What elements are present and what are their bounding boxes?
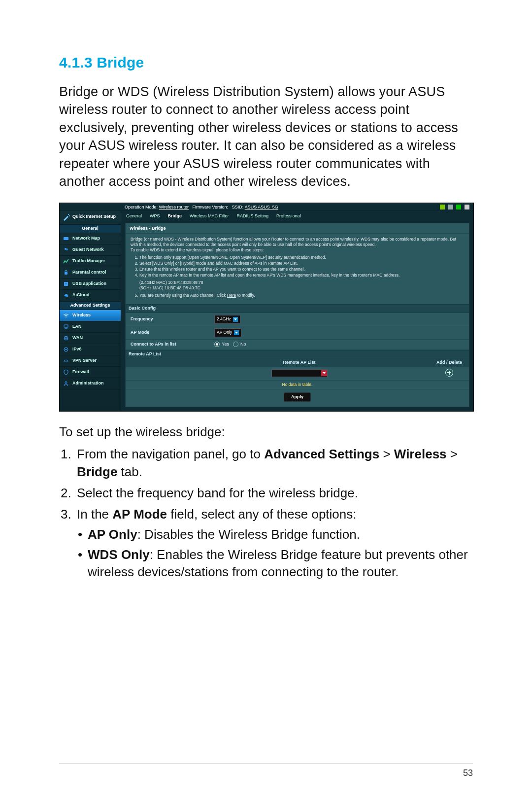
bullet-ap-only-text: : Disables the Wireless Bridge function. xyxy=(137,527,360,542)
op-mode-label: Operation Mode: xyxy=(125,205,158,210)
device-icon xyxy=(465,205,469,209)
step-1-sep1: > xyxy=(379,447,394,461)
step-1: From the navigation panel, go to Advance… xyxy=(75,446,473,480)
guest-network-icon xyxy=(63,246,69,253)
sidebar-item-label: VPN Server xyxy=(72,358,97,364)
apmode-select[interactable]: AP Only xyxy=(214,328,241,337)
sidebar-item-traffic-manager[interactable]: Traffic Manager xyxy=(60,256,121,267)
sidebar-item-wan[interactable]: WAN xyxy=(60,333,121,344)
step-2: Select the frequency band for the wirele… xyxy=(75,485,473,502)
ipv6-icon xyxy=(63,346,69,353)
op-mode-link[interactable]: Wireless router xyxy=(159,205,189,210)
radio-no-label: No xyxy=(240,342,246,347)
sidebar-item-label: Parental control xyxy=(72,270,106,276)
svg-point-12 xyxy=(66,361,66,362)
ssid-link[interactable]: ASUS ASUS_5G xyxy=(245,205,278,210)
radio-yes[interactable] xyxy=(214,342,220,347)
step-3-bold: AP Mode xyxy=(112,507,167,522)
svg-point-1 xyxy=(69,215,70,216)
remote-ap-dropdown[interactable] xyxy=(271,369,328,377)
panel-step: Ensure that this wireless router and the… xyxy=(139,267,464,272)
chevron-down-icon xyxy=(234,330,239,335)
step-1-sep2: > xyxy=(447,447,458,461)
page-number: 53 xyxy=(463,768,473,778)
panel-desc-2: To enable WDS to extend the wireless sig… xyxy=(131,247,464,253)
network-map-icon xyxy=(63,235,69,242)
sidebar-item-label: Administration xyxy=(72,381,104,386)
note5-link[interactable]: Here xyxy=(227,293,236,298)
magic-wand-icon xyxy=(63,213,70,221)
step-3-text-c: field, select any of these options: xyxy=(167,507,356,522)
sidebar-item-ipv6[interactable]: IPv6 xyxy=(60,344,121,355)
sidebar-item-label: USB application xyxy=(72,281,106,287)
sidebar-item-label: Network Map xyxy=(72,236,100,242)
apply-button[interactable]: Apply xyxy=(284,392,311,402)
add-button[interactable] xyxy=(445,369,453,377)
section-intro: Bridge or WDS (Wireless Distribution Sys… xyxy=(59,83,473,191)
sidebar-item-firewall[interactable]: Firewall xyxy=(60,367,121,378)
traffic-manager-icon xyxy=(63,258,69,265)
col-remote-ap-list: Remote AP List xyxy=(169,358,430,367)
sidebar-item-guest-network[interactable]: Guest Network xyxy=(60,244,121,256)
tab-general[interactable]: General xyxy=(125,213,143,220)
sidebar-item-label: WAN xyxy=(72,335,83,341)
router-status-bar: Operation Mode: Wireless router Firmware… xyxy=(60,203,473,211)
lan-icon xyxy=(63,323,69,330)
sidebar-item-label: Firewall xyxy=(72,369,89,375)
svg-point-8 xyxy=(66,316,66,317)
sidebar-item-label: Traffic Manager xyxy=(72,258,105,264)
apmode-value: AP Only xyxy=(217,330,232,335)
no-data-label: No data in table. xyxy=(126,381,469,389)
svg-rect-2 xyxy=(64,237,68,240)
row-frequency: Frequency 2.4GHz xyxy=(126,313,469,326)
instructions-lead: To set up the wireless bridge: xyxy=(59,423,473,441)
tab-wps[interactable]: WPS xyxy=(149,213,161,220)
chevron-down-icon xyxy=(233,317,238,322)
sidebar-item-administration[interactable]: Administration xyxy=(60,378,121,389)
sidebar-item-parental-control[interactable]: Parental control xyxy=(60,267,121,279)
panel-description: Bridge (or named WDS - Wireless Distribu… xyxy=(126,234,469,304)
quick-internet-setup[interactable]: Quick Internet Setup xyxy=(60,211,121,224)
sidebar-item-label: LAN xyxy=(72,324,82,330)
step-3-text-a: In the xyxy=(77,507,112,522)
sidebar-item-usb-application[interactable]: USB application xyxy=(60,279,121,290)
sidebar-item-network-map[interactable]: Network Map xyxy=(60,233,121,244)
row-apmode: AP Mode AP Only xyxy=(126,326,469,340)
sidebar-item-vpn-server[interactable]: VPN Server xyxy=(60,355,121,367)
tab-radius-setting[interactable]: RADIUS Setting xyxy=(236,213,270,220)
step-1-text: From the navigation panel, go to xyxy=(77,447,264,461)
svg-rect-7 xyxy=(66,283,66,284)
radio-no[interactable] xyxy=(233,342,238,347)
tab-bridge[interactable]: Bridge xyxy=(167,213,183,220)
aicloud-icon xyxy=(63,292,69,299)
sidebar-item-lan[interactable]: LAN xyxy=(60,321,121,333)
tab-professional[interactable]: Professional xyxy=(275,213,302,220)
step-3: In the AP Mode field, select any of thes… xyxy=(75,506,473,581)
firewall-icon xyxy=(63,369,69,376)
administration-icon xyxy=(63,380,69,387)
ssid-label: SSID: xyxy=(232,205,244,210)
panel-step: The function only support [Open System/N… xyxy=(139,255,464,260)
frequency-value: 2.4GHz xyxy=(217,316,231,322)
svg-point-13 xyxy=(65,382,67,384)
row-connect-aps: Connect to APs in list Yes No xyxy=(126,340,469,350)
apmode-label: AP Mode xyxy=(131,330,214,336)
mac-5: (5GHz MAC) 10:BF:48:D8:49:7C xyxy=(139,285,464,291)
sidebar-item-wireless[interactable]: Wireless xyxy=(60,310,121,321)
usb-application-icon xyxy=(63,280,69,287)
qis-label: Quick Internet Setup xyxy=(72,214,116,219)
sidebar-item-aicloud[interactable]: AiCloud xyxy=(60,290,121,301)
sidebar-item-label: Wireless xyxy=(72,313,91,318)
tab-wireless-mac-filter[interactable]: Wireless MAC Filter xyxy=(189,213,230,220)
remote-ap-table: Remote AP List Add / Delete xyxy=(126,358,469,407)
note5-before: You are currently using the Auto channel… xyxy=(139,293,227,298)
panel-title: Wireless - Bridge xyxy=(126,223,469,234)
frequency-select[interactable]: 2.4GHz xyxy=(214,315,240,324)
section-heading: 4.1.3 Bridge xyxy=(59,54,473,71)
vpn-server-icon xyxy=(63,357,69,364)
status-icons xyxy=(438,205,469,210)
sidebar-item-label: IPv6 xyxy=(72,347,82,352)
sidebar-section-advanced: Advanced Settings xyxy=(60,301,121,310)
chevron-down-icon xyxy=(321,370,327,376)
usb-icon xyxy=(456,205,461,209)
